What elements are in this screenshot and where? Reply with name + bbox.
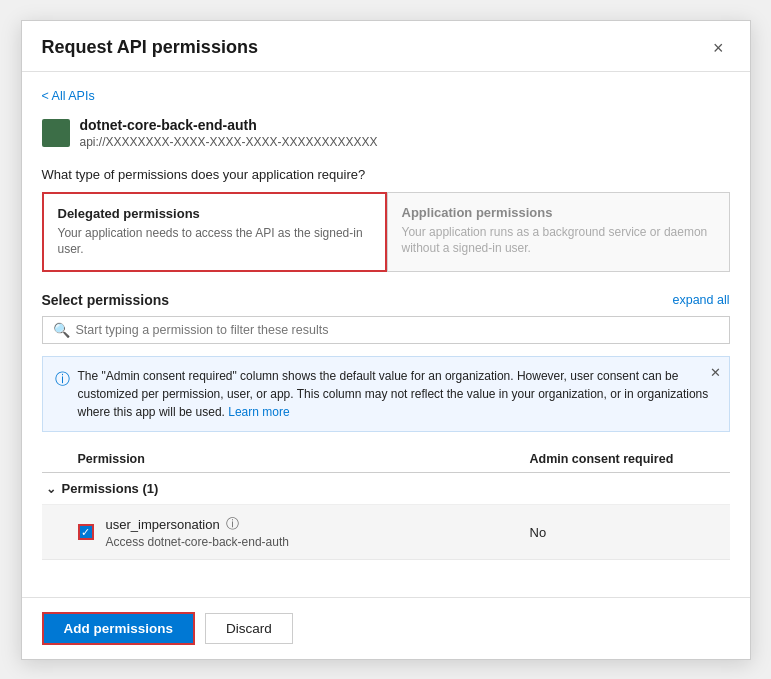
permission-type-question: What type of permissions does your appli… — [42, 167, 730, 182]
permissions-search-input[interactable] — [76, 323, 719, 337]
table-row: ✓ user_impersonation ⓘ Access dotnet-cor… — [42, 505, 730, 560]
delegated-permissions-desc: Your application needs to access the API… — [58, 225, 371, 259]
info-icon: ⓘ — [55, 368, 70, 391]
api-name: dotnet-core-back-end-auth — [80, 117, 378, 133]
discard-button[interactable]: Discard — [205, 613, 293, 644]
close-button[interactable]: × — [707, 37, 730, 59]
permission-info-icon[interactable]: ⓘ — [226, 515, 239, 533]
permissions-group-label: Permissions (1) — [62, 481, 159, 496]
delegated-permissions-title: Delegated permissions — [58, 206, 371, 221]
permissions-table: Permission Admin consent required ⌄ Perm… — [42, 446, 730, 560]
permission-checkbox-area: ✓ — [78, 524, 106, 540]
checkmark-icon: ✓ — [81, 527, 90, 538]
application-permissions-card[interactable]: Application permissions Your application… — [387, 192, 730, 273]
api-url: api://XXXXXXXX-XXXX-XXXX-XXXX-XXXXXXXXXX… — [80, 135, 378, 149]
permission-type-row: Delegated permissions Your application n… — [42, 192, 730, 273]
chevron-down-icon: ⌄ — [46, 482, 56, 496]
search-icon: 🔍 — [53, 322, 70, 338]
col-permission-header: Permission — [78, 452, 530, 466]
all-apis-link[interactable]: < All APIs — [42, 89, 95, 103]
expand-all-link[interactable]: expand all — [673, 293, 730, 307]
dialog-footer: Add permissions Discard — [22, 597, 750, 659]
admin-consent-value: No — [530, 525, 730, 540]
api-info: dotnet-core-back-end-auth api://XXXXXXXX… — [42, 117, 730, 149]
api-details: dotnet-core-back-end-auth api://XXXXXXXX… — [80, 117, 378, 149]
select-permissions-label: Select permissions — [42, 292, 170, 308]
user-impersonation-checkbox[interactable]: ✓ — [78, 524, 94, 540]
dialog-title: Request API permissions — [42, 37, 258, 58]
application-permissions-desc: Your application runs as a background se… — [402, 224, 715, 258]
info-banner-text: The "Admin consent required" column show… — [78, 367, 717, 421]
api-icon — [42, 119, 70, 147]
permission-info: user_impersonation ⓘ Access dotnet-core-… — [106, 515, 530, 549]
permissions-search-box: 🔍 — [42, 316, 730, 344]
learn-more-link[interactable]: Learn more — [228, 405, 289, 419]
back-link[interactable]: < All APIs — [42, 88, 730, 117]
dialog-body: < All APIs dotnet-core-back-end-auth api… — [22, 72, 750, 597]
col-consent-header: Admin consent required — [530, 452, 730, 466]
permission-name: user_impersonation — [106, 517, 220, 532]
select-permissions-header: Select permissions expand all — [42, 292, 730, 308]
delegated-permissions-card[interactable]: Delegated permissions Your application n… — [42, 192, 387, 273]
application-permissions-title: Application permissions — [402, 205, 715, 220]
permission-description: Access dotnet-core-back-end-auth — [106, 535, 530, 549]
table-header-row: Permission Admin consent required — [42, 446, 730, 473]
info-banner: ⓘ The "Admin consent required" column sh… — [42, 356, 730, 432]
request-api-permissions-dialog: Request API permissions × < All APIs dot… — [21, 20, 751, 660]
permission-name-row: user_impersonation ⓘ — [106, 515, 530, 533]
info-banner-main-text: The "Admin consent required" column show… — [78, 369, 709, 419]
add-permissions-button[interactable]: Add permissions — [42, 612, 196, 645]
permissions-group-row[interactable]: ⌄ Permissions (1) — [42, 473, 730, 505]
dialog-header: Request API permissions × — [22, 21, 750, 72]
info-banner-close-button[interactable]: ✕ — [710, 365, 721, 380]
